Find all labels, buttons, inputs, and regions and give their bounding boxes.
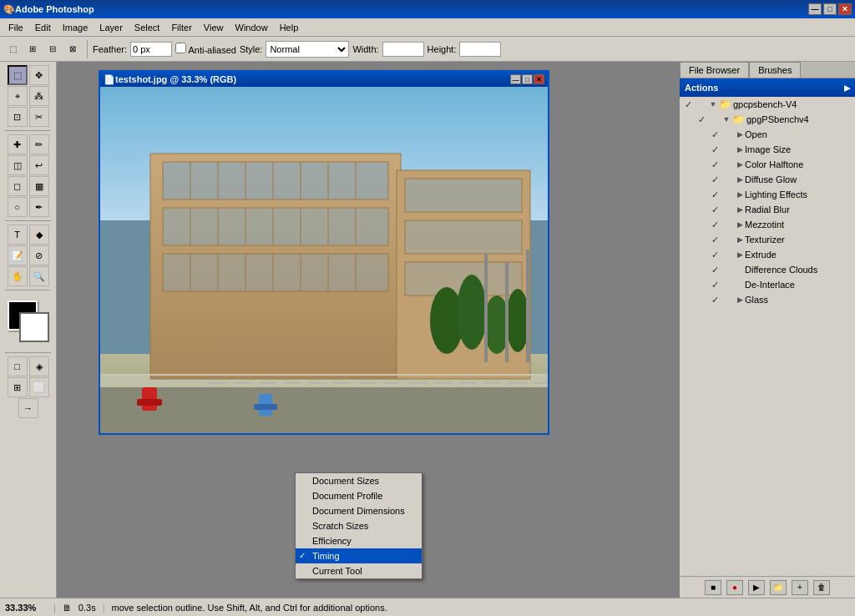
- expand-icon[interactable]: ▶: [735, 189, 745, 199]
- maximize-button[interactable]: □: [823, 3, 837, 15]
- menu-view[interactable]: View: [199, 21, 229, 34]
- action-check[interactable]: ✓: [708, 263, 721, 276]
- action-subgroup-gpg[interactable]: ✓ ▼ 📁 gpgPSbenchv4: [680, 112, 855, 127]
- menu-help[interactable]: Help: [275, 21, 304, 34]
- lasso-tool[interactable]: ⌖: [8, 86, 28, 106]
- action-check[interactable]: ✓: [708, 143, 721, 156]
- pen-tool[interactable]: ✒: [29, 197, 49, 217]
- height-input[interactable]: [459, 42, 501, 57]
- action-diffuse-glow[interactable]: ✓ ▶ Diffuse Glow: [680, 172, 855, 187]
- menu-edit[interactable]: Edit: [30, 21, 56, 34]
- stamp-tool[interactable]: ◫: [8, 155, 28, 175]
- action-check[interactable]: ✓: [708, 173, 721, 186]
- action-difference-clouds[interactable]: ✓ Difference Clouds: [680, 262, 855, 277]
- action-check[interactable]: ✓: [708, 218, 721, 231]
- eyedropper-tool[interactable]: ⊘: [29, 245, 49, 265]
- action-check[interactable]: ✓: [708, 158, 721, 171]
- action-open[interactable]: ✓ ▶ Open: [680, 127, 855, 142]
- eraser-tool[interactable]: ◻: [8, 176, 28, 196]
- expand-icon[interactable]: ▶: [735, 159, 745, 169]
- zoom-tool[interactable]: 🔍: [29, 266, 49, 286]
- play-btn[interactable]: ▶: [748, 580, 765, 595]
- background-color[interactable]: [19, 312, 49, 342]
- action-check[interactable]: ✓: [681, 98, 695, 111]
- expand-icon[interactable]: ▶: [735, 235, 745, 245]
- action-check[interactable]: ✓: [708, 233, 721, 246]
- crop-tool[interactable]: ⊡: [8, 107, 28, 127]
- new-set-btn[interactable]: 📁: [770, 580, 787, 595]
- sub-selection-btn[interactable]: ⊟: [43, 40, 62, 58]
- action-de-interlace[interactable]: ✓ De-Interlace: [680, 277, 855, 292]
- close-button[interactable]: ✕: [838, 3, 852, 15]
- action-check[interactable]: ✓: [708, 128, 721, 141]
- gradient-tool[interactable]: ▦: [29, 176, 49, 196]
- ctx-current-tool[interactable]: Current Tool: [296, 563, 422, 578]
- menu-image[interactable]: Image: [58, 21, 94, 34]
- ctx-document-sizes[interactable]: Document Sizes: [296, 473, 422, 488]
- record-btn[interactable]: ●: [726, 580, 743, 595]
- stop-btn[interactable]: ■: [705, 580, 721, 595]
- ctx-document-dimensions[interactable]: Document Dimensions: [296, 503, 422, 518]
- expand-icon[interactable]: ▼: [721, 114, 731, 124]
- expand-icon[interactable]: ▶: [735, 174, 745, 184]
- feather-input[interactable]: [130, 42, 172, 57]
- action-group-gpcpsbench[interactable]: ✓ ▼ 📁 gpcpsbench-V4: [680, 97, 855, 112]
- menu-file[interactable]: File: [3, 21, 28, 34]
- expand-icon[interactable]: ▶: [735, 129, 745, 139]
- standard-mode-btn[interactable]: □: [8, 356, 28, 376]
- marquee-tool[interactable]: ⬚: [8, 65, 28, 85]
- menu-layer[interactable]: Layer: [94, 21, 128, 34]
- menu-window[interactable]: Window: [230, 21, 273, 34]
- add-selection-btn[interactable]: ⊞: [23, 40, 42, 58]
- notes-tool[interactable]: 📝: [8, 245, 28, 265]
- antialiased-checkbox[interactable]: [175, 43, 186, 53]
- magic-wand-tool[interactable]: ⁂: [29, 86, 49, 106]
- tab-brushes[interactable]: Brushes: [749, 62, 801, 78]
- delete-btn[interactable]: 🗑: [813, 580, 830, 595]
- heal-tool[interactable]: ✚: [8, 134, 28, 154]
- expand-icon[interactable]: ▶: [735, 144, 745, 154]
- action-extrude[interactable]: ✓ ▶ Extrude: [680, 247, 855, 262]
- action-image-size[interactable]: ✓ ▶ Image Size: [680, 142, 855, 157]
- document-canvas[interactable]: [100, 87, 548, 433]
- slice-tool[interactable]: ✂: [29, 107, 49, 127]
- expand-icon[interactable]: ▶: [735, 220, 745, 230]
- actions-menu-icon[interactable]: ▸: [844, 81, 850, 94]
- brush-tool[interactable]: ✏: [29, 134, 49, 154]
- intersect-selection-btn[interactable]: ⊠: [63, 40, 82, 58]
- expand-icon[interactable]: ▶: [735, 250, 745, 260]
- action-radial-blur[interactable]: ✓ ▶ Radial Blur: [680, 202, 855, 217]
- expand-icon[interactable]: ▼: [708, 99, 718, 109]
- quick-mask-btn[interactable]: ◈: [29, 356, 49, 376]
- new-action-btn[interactable]: +: [792, 580, 808, 595]
- action-check[interactable]: ✓: [708, 278, 721, 291]
- menu-select[interactable]: Select: [129, 21, 165, 34]
- actions-list[interactable]: ✓ ▼ 📁 gpcpsbench-V4 ✓ ▼ 📁 gpgPSbenchv4 ✓…: [680, 97, 855, 574]
- tab-file-browser[interactable]: File Browser: [680, 62, 749, 78]
- style-select[interactable]: Normal Fixed Aspect Ratio Fixed Size: [266, 41, 349, 58]
- doc-minimize-btn[interactable]: —: [510, 74, 521, 84]
- shape-tool[interactable]: ◆: [29, 225, 49, 245]
- ctx-efficiency[interactable]: Efficiency: [296, 533, 422, 548]
- action-lighting-effects[interactable]: ✓ ▶ Lighting Effects: [680, 187, 855, 202]
- type-tool[interactable]: T: [8, 225, 28, 245]
- dodge-tool[interactable]: ○: [8, 197, 28, 217]
- history-brush-tool[interactable]: ↩: [29, 155, 49, 175]
- expand-icon[interactable]: ▶: [735, 295, 745, 305]
- action-color-halftone[interactable]: ✓ ▶ Color Halftone: [680, 157, 855, 172]
- jump-to-btn[interactable]: →: [18, 398, 38, 418]
- full-screen-btn[interactable]: ⬜: [29, 377, 49, 397]
- ctx-scratch-sizes[interactable]: Scratch Sizes: [296, 518, 422, 533]
- doc-restore-btn[interactable]: □: [522, 74, 533, 84]
- action-check[interactable]: ✓: [708, 203, 721, 216]
- minimize-button[interactable]: —: [808, 3, 822, 15]
- new-selection-btn[interactable]: ⬚: [3, 40, 22, 58]
- action-glass[interactable]: ✓ ▶ Glass: [680, 292, 855, 307]
- ctx-document-profile[interactable]: Document Profile: [296, 488, 422, 503]
- width-input[interactable]: [382, 42, 424, 57]
- expand-icon[interactable]: ▶: [735, 204, 745, 215]
- move-tool[interactable]: ✥: [29, 65, 49, 85]
- action-check[interactable]: ✓: [695, 113, 708, 126]
- color-picker[interactable]: [8, 300, 49, 342]
- hand-tool[interactable]: ✋: [8, 266, 28, 286]
